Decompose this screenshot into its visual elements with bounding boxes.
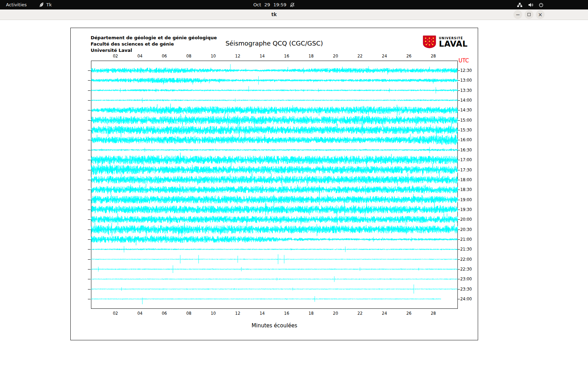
window-titlebar[interactable]: tk − × bbox=[0, 9, 588, 20]
trace-tick-left bbox=[88, 180, 91, 180]
activities-button[interactable]: Activities bbox=[6, 2, 27, 7]
x-tick-label-top: 12 bbox=[233, 54, 242, 59]
trace-tick-right bbox=[458, 239, 460, 240]
x-tick-label-bottom: 28 bbox=[429, 311, 438, 316]
trace-time-label: 12:30 bbox=[460, 68, 472, 73]
trace-tick-right bbox=[458, 219, 460, 220]
trace-tick-left bbox=[88, 170, 91, 170]
trace-tick-right bbox=[458, 269, 460, 270]
trace-tick-right bbox=[458, 259, 460, 260]
window-controls: − × bbox=[513, 10, 545, 19]
trace-time-label: 13:30 bbox=[460, 88, 472, 93]
trace-tick-left bbox=[88, 210, 91, 210]
x-tick-label-top: 26 bbox=[405, 54, 413, 59]
trace-tick-left bbox=[88, 249, 91, 250]
maximize-button[interactable] bbox=[525, 10, 533, 19]
trace-time-label: 15:30 bbox=[460, 128, 472, 132]
trace-tick-right bbox=[458, 249, 460, 250]
x-tick-label-bottom: 24 bbox=[380, 311, 388, 316]
org-line: Université Laval bbox=[91, 47, 217, 54]
trace-tick-left bbox=[88, 219, 91, 220]
trace-tick-right bbox=[458, 80, 460, 81]
seismogram-canvas bbox=[91, 61, 458, 309]
chart-title: Séismographe QCQ (CGC/GSC) bbox=[71, 40, 478, 47]
x-axis-label: Minutes écoulées bbox=[71, 322, 478, 329]
trace-tick-right bbox=[458, 289, 460, 289]
trace-tick-right bbox=[458, 160, 460, 160]
x-tick-label-bottom: 02 bbox=[111, 311, 120, 316]
network-icon bbox=[517, 2, 523, 7]
trace-tick-left bbox=[88, 140, 91, 140]
x-tick-label-top: 18 bbox=[307, 54, 315, 59]
trace-tick-left bbox=[88, 150, 91, 150]
clock-menu[interactable]: Oct 29 19:59 bbox=[253, 2, 295, 7]
x-tick-label-bottom: 12 bbox=[233, 311, 242, 316]
trace-time-label: 15:00 bbox=[460, 118, 472, 123]
trace-time-label: 13:00 bbox=[460, 78, 472, 83]
trace-tick-left bbox=[88, 120, 91, 121]
trace-tick-right bbox=[458, 190, 460, 190]
trace-tick-left bbox=[88, 200, 91, 200]
trace-time-label: 14:00 bbox=[460, 98, 472, 103]
focused-app-indicator[interactable]: Tk bbox=[39, 2, 51, 7]
trace-tick-left bbox=[88, 190, 91, 190]
top-bar-left: Activities Tk bbox=[0, 2, 52, 7]
trace-time-label: 22:00 bbox=[460, 257, 472, 262]
trace-time-label: 17:30 bbox=[460, 168, 472, 172]
trace-tick-right bbox=[458, 200, 460, 200]
trace-tick-left bbox=[88, 70, 91, 71]
universite-laval-logo: UNIVERSITÉ LAVAL bbox=[423, 35, 468, 48]
x-tick-label-top: 24 bbox=[380, 54, 388, 59]
clock-label: Oct 29 19:59 bbox=[253, 2, 287, 7]
x-tick-label-bottom: 06 bbox=[160, 311, 169, 316]
x-tick-label-bottom: 08 bbox=[184, 311, 193, 316]
trace-time-label: 17:00 bbox=[460, 157, 472, 162]
x-tick-label-top: 22 bbox=[356, 54, 364, 59]
close-button[interactable]: × bbox=[536, 10, 545, 19]
trace-tick-right bbox=[458, 210, 460, 210]
trace-tick-right bbox=[458, 279, 460, 279]
x-tick-label-bottom: 16 bbox=[282, 311, 291, 316]
trace-tick-right bbox=[458, 180, 460, 180]
trace-tick-left bbox=[88, 299, 91, 299]
tk-app-icon bbox=[39, 2, 44, 7]
volume-icon bbox=[528, 2, 533, 7]
trace-time-label: 22:30 bbox=[460, 267, 472, 272]
laval-shield-icon bbox=[423, 35, 436, 48]
trace-tick-left bbox=[88, 110, 91, 110]
x-tick-label-top: 14 bbox=[258, 54, 266, 59]
trace-tick-left bbox=[88, 100, 91, 101]
laval-wordmark-bottom: LAVAL bbox=[439, 40, 468, 48]
x-tick-label-top: 28 bbox=[429, 54, 438, 59]
trace-time-label: 18:00 bbox=[460, 177, 472, 182]
trace-tick-left bbox=[88, 259, 91, 260]
trace-tick-left bbox=[88, 279, 91, 279]
x-tick-label-top: 16 bbox=[282, 54, 291, 59]
x-tick-label-top: 10 bbox=[209, 54, 217, 59]
utc-label: UTC bbox=[458, 57, 469, 64]
x-tick-label-bottom: 22 bbox=[356, 311, 364, 316]
trace-time-label: 20:00 bbox=[460, 217, 472, 222]
trace-time-label: 19:30 bbox=[460, 207, 472, 212]
close-icon: × bbox=[538, 12, 542, 18]
trace-tick-left bbox=[88, 90, 91, 91]
trace-tick-right bbox=[458, 230, 460, 230]
system-status-area[interactable] bbox=[517, 2, 544, 7]
trace-tick-left bbox=[88, 230, 91, 230]
x-tick-label-bottom: 18 bbox=[307, 311, 315, 316]
x-tick-label-bottom: 04 bbox=[136, 311, 144, 316]
x-tick-label-top: 06 bbox=[160, 54, 169, 59]
x-tick-label-bottom: 20 bbox=[331, 311, 340, 316]
trace-tick-right bbox=[458, 170, 460, 170]
x-tick-label-top: 20 bbox=[331, 54, 340, 59]
minimize-icon: − bbox=[516, 12, 520, 18]
trace-time-label: 23:00 bbox=[460, 277, 472, 281]
minimize-button[interactable]: − bbox=[513, 10, 522, 19]
laval-wordmark: UNIVERSITÉ LAVAL bbox=[439, 36, 468, 48]
trace-time-label: 21:00 bbox=[460, 237, 472, 242]
trace-time-label: 23:30 bbox=[460, 287, 472, 292]
trace-tick-left bbox=[88, 160, 91, 160]
trace-tick-right bbox=[458, 299, 460, 299]
trace-tick-right bbox=[458, 70, 460, 71]
trace-time-label: 16:00 bbox=[460, 137, 472, 142]
